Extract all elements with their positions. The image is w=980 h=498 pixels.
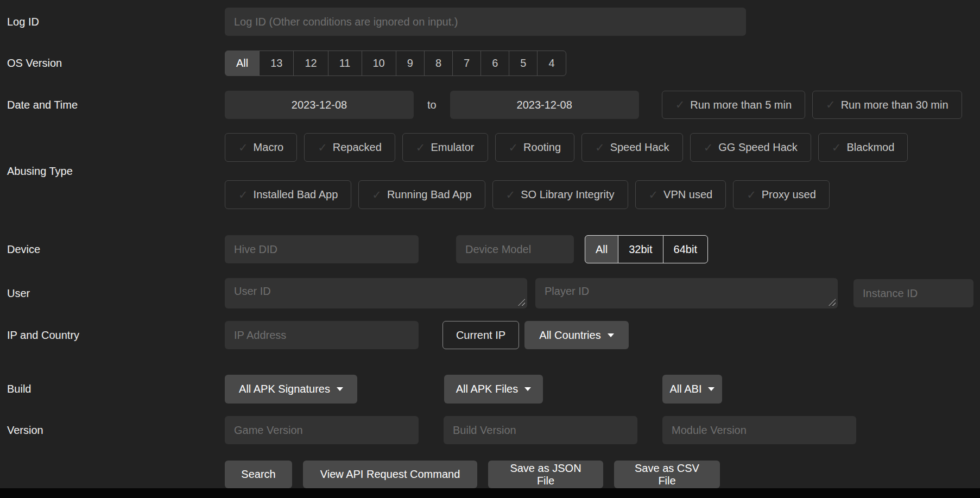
os-version-option-label: All [236, 57, 248, 70]
os-version-option-label: 11 [339, 57, 351, 70]
row-device: Device All 32bit 64bit [0, 235, 980, 263]
abusing-type-label-text: VPN used [663, 188, 712, 201]
apk-files-label: All APK Files [456, 383, 518, 395]
check-icon: ✓ [704, 141, 713, 154]
row-log-id: Log ID [0, 8, 980, 36]
os-version-option[interactable]: 13 [259, 51, 294, 76]
os-version-option-label: 7 [464, 57, 470, 70]
hive-did-input[interactable] [225, 235, 419, 263]
chevron-down-icon [708, 387, 715, 391]
abi-label: All ABI [670, 383, 702, 395]
abusing-type-row-1: ✓ Macro ✓ Repacked ✓ Emulator ✓ Rooting … [225, 133, 908, 162]
abusing-type-label-text: Installed Bad App [254, 188, 338, 201]
os-version-option[interactable]: 10 [362, 51, 396, 76]
abusing-type-label-text: Speed Hack [610, 141, 669, 154]
apk-signatures-label: All APK Signatures [239, 383, 330, 395]
check-icon: ✓ [747, 188, 756, 201]
os-version-option[interactable]: 12 [293, 51, 328, 76]
os-version-option[interactable]: 5 [509, 51, 538, 76]
build-label: Build [0, 383, 225, 395]
os-version-option-label: 9 [407, 57, 413, 70]
log-id-input[interactable] [225, 8, 746, 36]
player-id-textarea[interactable] [535, 278, 838, 308]
view-api-request-command-button[interactable]: View API Request Command [303, 461, 477, 488]
log-id-label: Log ID [0, 16, 225, 28]
version-label: Version [0, 424, 225, 437]
os-version-option[interactable]: 4 [537, 51, 566, 76]
check-icon: ✓ [509, 141, 519, 154]
abusing-type-checkbox[interactable]: ✓ Speed Hack [581, 133, 683, 162]
row-actions: Search View API Request Command Save as … [0, 461, 980, 488]
check-icon: ✓ [832, 141, 842, 154]
abusing-type-checkbox[interactable]: ✓ Repacked [304, 133, 395, 162]
date-to-input[interactable] [450, 91, 639, 119]
runtime-toggle-label: Run more than 30 min [841, 99, 949, 111]
os-version-label: OS Version [0, 57, 225, 70]
os-version-option-label: 4 [548, 57, 554, 70]
countries-dropdown[interactable]: All Countries [524, 321, 629, 349]
apk-files-dropdown[interactable]: All APK Files [444, 375, 543, 404]
os-version-option-label: 13 [270, 57, 282, 70]
abusing-type-label: Abusing Type [0, 165, 225, 178]
module-version-input[interactable] [662, 416, 856, 444]
save-as-csv-button[interactable]: Save as CSV File [614, 461, 720, 488]
date-time-label: Date and Time [0, 99, 225, 111]
abusing-type-label-text: Repacked [333, 141, 382, 154]
bit-option[interactable]: All [585, 235, 618, 263]
abusing-type-checkbox[interactable]: ✓ SO Library Integrity [492, 180, 628, 209]
os-version-option[interactable]: 6 [480, 51, 509, 76]
bit-option[interactable]: 64bit [663, 235, 708, 263]
user-id-wrap [225, 278, 527, 308]
abusing-type-label-text: SO Library Integrity [521, 188, 614, 201]
abusing-type-checkbox[interactable]: ✓ Rooting [495, 133, 575, 162]
check-icon: ✓ [372, 188, 382, 201]
row-ip-country: IP and Country Current IP All Countries [0, 321, 980, 349]
check-icon: ✓ [649, 188, 659, 201]
bit-option-label: 64bit [674, 243, 697, 256]
check-icon: ✓ [238, 141, 248, 154]
check-icon: ✓ [826, 98, 836, 111]
os-version-option[interactable]: 8 [424, 51, 453, 76]
os-version-option-label: 8 [435, 57, 441, 70]
abusing-type-checkbox[interactable]: ✓ Emulator [402, 133, 488, 162]
row-user: User [0, 278, 980, 308]
build-version-input[interactable] [444, 416, 637, 444]
abusing-type-label-text: Emulator [431, 141, 474, 154]
row-date-time: Date and Time to ✓ Run more than 5 min ✓… [0, 91, 980, 119]
os-version-option[interactable]: 9 [396, 51, 425, 76]
abusing-type-checkbox[interactable]: ✓ Macro [225, 133, 297, 162]
abusing-type-checkbox[interactable]: ✓ GG Speed Hack [690, 133, 811, 162]
abusing-type-checkbox[interactable]: ✓ Proxy used [733, 180, 830, 209]
apk-signatures-dropdown[interactable]: All APK Signatures [225, 375, 357, 404]
log-search-form: Log ID OS Version All 13 12 11 10 9 [0, 0, 980, 498]
date-from-input[interactable] [225, 91, 414, 119]
user-label: User [0, 287, 225, 300]
abusing-type-label-text: Running Bad App [387, 188, 472, 201]
abusing-type-checkbox[interactable]: ✓ VPN used [635, 180, 726, 209]
chevron-down-icon [337, 387, 343, 391]
bottom-bar [0, 488, 980, 498]
check-icon: ✓ [675, 98, 685, 111]
abusing-type-checkbox[interactable]: ✓ Installed Bad App [225, 180, 351, 209]
abusing-type-checkbox[interactable]: ✓ Blackmod [818, 133, 908, 162]
os-version-option[interactable]: 7 [452, 51, 481, 76]
os-version-option-label: 5 [520, 57, 526, 70]
device-model-input[interactable] [456, 235, 574, 263]
instance-id-input[interactable] [853, 279, 973, 307]
abi-dropdown[interactable]: All ABI [662, 375, 722, 404]
check-icon: ✓ [416, 141, 426, 154]
current-ip-button[interactable]: Current IP [442, 321, 519, 349]
search-button[interactable]: Search [225, 461, 292, 488]
os-version-option[interactable]: 11 [328, 51, 362, 76]
ip-address-input[interactable] [225, 321, 419, 349]
game-version-input[interactable] [225, 416, 419, 444]
os-version-option[interactable]: All [225, 51, 260, 76]
save-as-json-button[interactable]: Save as JSON File [488, 461, 603, 488]
abusing-type-checkbox[interactable]: ✓ Running Bad App [358, 180, 485, 209]
bit-option[interactable]: 32bit [618, 235, 663, 263]
chevron-down-icon [608, 333, 614, 337]
row-version: Version [0, 416, 980, 444]
runtime-toggle-checkbox[interactable]: ✓ Run more than 5 min [662, 91, 805, 119]
runtime-toggle-checkbox[interactable]: ✓ Run more than 30 min [812, 91, 962, 119]
user-id-textarea[interactable] [225, 278, 527, 308]
